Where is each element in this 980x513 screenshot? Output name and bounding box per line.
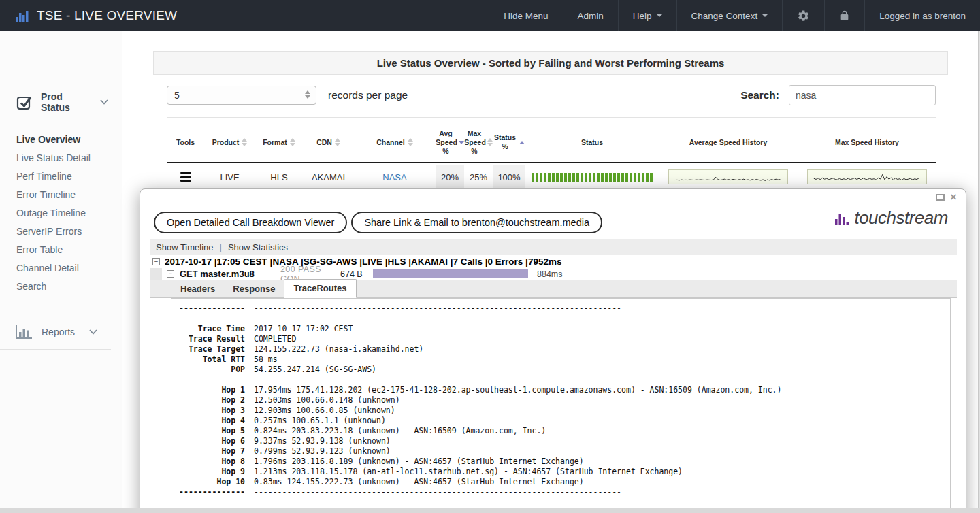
collapse-icon[interactable]: − — [152, 258, 160, 265]
column-header-channel[interactable]: Channel — [354, 122, 436, 162]
trace-field-label: Trace Time — [178, 324, 245, 334]
column-header-product[interactable]: Product — [204, 122, 255, 162]
column-label: Average Speed History — [689, 138, 768, 147]
trace-line-trace-result: Trace ResultCOMPLETED — [178, 334, 950, 344]
trace-line-hop-6: Hop 69.337ms 52.93.9.138 (unknown) — [178, 436, 950, 446]
nav-item-help[interactable]: Help — [618, 0, 676, 31]
product-cell: LIVE — [204, 165, 255, 189]
sidebar-item-live-overview[interactable]: Live Overview — [0, 131, 122, 149]
trace-field-value: 1.213ms 203.118.15.178 (an-atl-loc11.sta… — [254, 467, 683, 477]
trace-field-value: 9.337ms 52.93.9.138 (unknown) — [254, 436, 391, 446]
trace-field-value: 12.503ms 100.66.0.148 (unknown) — [254, 395, 400, 406]
chevron-down-icon[interactable] — [100, 99, 108, 105]
column-header-format[interactable]: Format — [255, 122, 303, 162]
column-header-status[interactable]: Status % — [493, 122, 525, 162]
trace-line-hop-4: Hop 40.257ms 100.65.1.1 (unknown) — [178, 416, 950, 426]
sidebar-reports-label: Reports — [42, 327, 81, 337]
trace-field-label: Hop 10 — [178, 477, 245, 487]
trace-line-total-rtt: Total RTT58 ms — [178, 354, 950, 365]
tab-headers[interactable]: Headers — [172, 280, 224, 297]
view-link-show-timeline[interactable]: Show Timeline — [156, 242, 214, 252]
maximize-icon[interactable] — [936, 194, 945, 201]
sidebar-item-outage-timeline[interactable]: Outage Timeline — [0, 204, 122, 222]
avg-speed-sparkline — [668, 169, 788, 184]
collapse-icon[interactable]: − — [167, 270, 174, 278]
logged-in-user[interactable]: Logged in as brenton — [864, 0, 980, 31]
trace-field-label: Hop 7 — [178, 446, 245, 457]
sort-icon[interactable] — [242, 138, 247, 146]
tools-cell — [167, 165, 204, 189]
chevron-down-icon[interactable] — [89, 329, 97, 335]
trace-field-label: POP — [178, 365, 245, 375]
sidebar-section-prod-status[interactable]: Prod Status — [0, 31, 122, 113]
trace-line-trace-time: Trace Time2017-10-17 17:02 CEST — [178, 324, 950, 334]
trace-line-pop: POP54.255.247.214 (SG-SG-AWS) — [178, 365, 950, 375]
top-navbar: TSE - LIVE OVERVIEW Hide MenuAdminHelpCh… — [0, 0, 980, 31]
channel-link[interactable]: NASA — [382, 172, 406, 182]
trace-blank-line — [178, 497, 950, 508]
nav-item-hide-menu[interactable]: Hide Menu — [489, 0, 562, 31]
column-label: Format — [263, 138, 287, 147]
sort-icon[interactable] — [335, 138, 340, 146]
tools-menu-icon[interactable] — [180, 172, 191, 182]
touchstream-logo-text: touchstream — [854, 210, 948, 226]
column-header-max-speed[interactable]: Max Speed % — [464, 122, 493, 162]
sort-icon[interactable] — [290, 138, 295, 146]
nav-item-change-context[interactable]: Change Context — [676, 0, 783, 31]
column-label: Product — [212, 138, 240, 147]
trace-field-label: Hop 3 — [178, 406, 245, 416]
sort-icon[interactable] — [459, 141, 464, 144]
trace-separator-line: ----------------------------------------… — [178, 487, 950, 497]
sidebar-item-error-table[interactable]: Error Table — [0, 241, 122, 259]
trace-field-value: 12.903ms 100.66.0.85 (unknown) — [254, 406, 395, 416]
sidebar-item-search[interactable]: Search — [0, 278, 122, 296]
tab-response[interactable]: Response — [224, 280, 284, 297]
modal-tabbar: HeadersResponseTraceRoutes — [150, 280, 957, 298]
trace-line-hop-7: Hop 70.799ms 52.93.9.123 (unknown) — [178, 446, 950, 457]
column-header-avg-speed[interactable]: Avg Speed % — [436, 122, 464, 162]
column-header-cdn[interactable]: CDN — [303, 122, 354, 162]
sort-icon[interactable] — [519, 141, 525, 144]
app-brand: TSE - LIVE OVERVIEW — [0, 0, 177, 31]
search-input[interactable] — [789, 85, 936, 105]
sort-icon[interactable] — [408, 138, 413, 146]
sort-icon[interactable] — [487, 138, 493, 146]
settings-button[interactable] — [782, 0, 824, 31]
search-label: Search: — [740, 89, 779, 101]
trace-field-value: ----------------------------------------… — [254, 303, 621, 314]
column-label: Status % — [493, 133, 517, 151]
format-cell: HLS — [255, 165, 303, 189]
channel-cell: NASA — [354, 165, 436, 189]
records-per-page-select[interactable]: 5 — [167, 86, 316, 105]
lock-icon — [839, 10, 850, 22]
status-bar-strip — [532, 173, 653, 182]
sidebar-item-channel-detail[interactable]: Channel Detail — [0, 259, 122, 278]
trace-field-label: Hop 6 — [178, 436, 245, 446]
link-separator: | — [220, 242, 222, 252]
sidebar-item-error-timeline[interactable]: Error Timeline — [0, 186, 122, 204]
session-tree-row: − 2017-10-17 |17:05 CEST |NASA |SG-SG-AW… — [152, 256, 561, 267]
sidebar: Prod Status Live OverviewLive Status Det… — [0, 31, 122, 513]
open-call-breakdown-button[interactable]: Open Detailed Call Breakdown Viewer — [154, 212, 347, 233]
app-root: TSE - LIVE OVERVIEW Hide MenuAdminHelpCh… — [0, 0, 980, 513]
sidebar-item-serverip-errors[interactable]: ServerIP Errors — [0, 222, 122, 241]
trace-line-hop-10: Hop 100.83ms 124.155.222.73 (unknown) - … — [178, 477, 950, 487]
trace-field-label: Hop 5 — [178, 426, 245, 436]
sidebar-item-perf-timeline[interactable]: Perf Timeline — [0, 167, 122, 186]
close-icon[interactable]: × — [950, 193, 957, 201]
records-per-page-label: records per page — [328, 86, 408, 105]
lock-button[interactable] — [824, 0, 864, 31]
call-breakdown-modal: × Open Detailed Call Breakdown Viewer Sh… — [140, 188, 966, 513]
trace-field-value: 58 ms — [254, 354, 278, 365]
touchstream-bars-icon — [834, 211, 851, 226]
sidebar-section-reports[interactable]: Reports — [0, 314, 111, 350]
view-link-show-statistics[interactable]: Show Statistics — [228, 242, 288, 252]
nav-item-admin[interactable]: Admin — [563, 0, 618, 31]
tab-traceroutes[interactable]: TraceRoutes — [284, 279, 356, 298]
sidebar-item-live-status-detail[interactable]: Live Status Detail — [0, 149, 122, 167]
avg-speed-cell: 20% — [436, 165, 464, 189]
trace-separator-line: ----------------------------------------… — [178, 303, 950, 314]
session-summary: 2017-10-17 |17:05 CEST |NASA |SG-SG-AWS … — [165, 256, 561, 267]
share-link-email-button[interactable]: Share Link & Email to brenton@touchstrea… — [351, 212, 602, 233]
trace-field-value: COMPLETED — [254, 334, 296, 344]
